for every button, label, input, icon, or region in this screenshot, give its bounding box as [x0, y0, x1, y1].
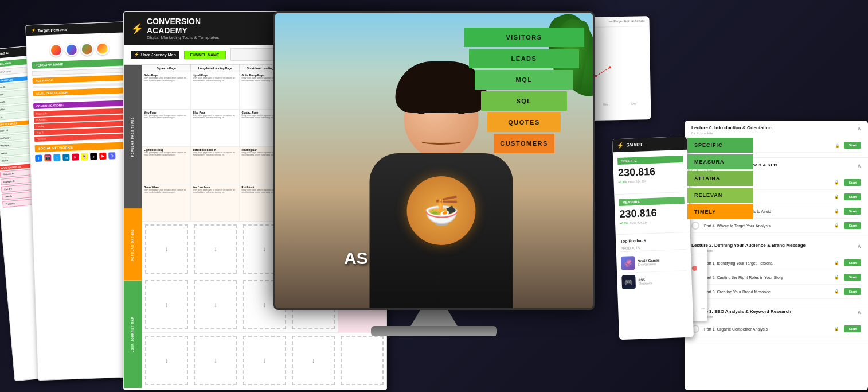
social-icons-group: f 📷 t in P 👻 ♪ ▶ D	[35, 152, 131, 162]
product-row-2: 🎮 PS5 Electronics	[621, 271, 687, 292]
metric1-from: From 204.234	[628, 179, 646, 183]
academy-title2: ACADEMY	[147, 26, 219, 35]
lock-1-1: 🔒	[834, 180, 839, 185]
product-2-info: PS5 Electronics	[638, 278, 652, 285]
target-title: Target Persona	[37, 27, 67, 32]
specific-label: SPECIFIC	[617, 156, 683, 165]
lecture-0-progress: 0 / 1 complete	[691, 131, 861, 135]
person-body: 🍜	[370, 153, 513, 308]
smart-lightning-icon: ⚡	[617, 142, 624, 149]
journey-left-labels: POPULAR PAGE TYPES POPULAR OPT-INS USER …	[124, 65, 142, 388]
instagram-icon: 📷	[44, 154, 51, 161]
start-btn-0-1[interactable]: Start	[844, 142, 861, 149]
cell-3-1: Lightbox Popup Entry point page used to …	[142, 147, 191, 184]
cell-4-1: Game Wheel Entry point page used to sque…	[142, 184, 191, 221]
products-col-header: PRODUCTS	[620, 244, 686, 252]
metric1-details: +0.8% From 204.234	[618, 178, 683, 184]
lecture-0-toggle[interactable]: ∧	[857, 125, 861, 131]
start-btn-1-1[interactable]: Start	[844, 179, 861, 186]
cell-2-2: Blog Page Entry point page used to squee…	[191, 110, 240, 146]
left-eye	[417, 108, 426, 114]
metric2-value: 230.816	[619, 206, 685, 220]
facebook-icon: f	[35, 155, 42, 162]
persona-name-field	[32, 68, 128, 76]
product-2-sub: Electronics	[639, 281, 653, 285]
lecture-1-toggle[interactable]: ∧	[857, 162, 861, 169]
lock-icon-0-1: 🔒	[835, 143, 839, 148]
avatar-group	[31, 41, 127, 57]
top-products-section: Top Products PRODUCTS 🦑 Squid Games Ente…	[616, 232, 693, 296]
discord-icon: D	[108, 152, 115, 159]
lock-1-4: 🔒	[834, 223, 839, 228]
start-btn-3-1[interactable]: Start	[844, 325, 861, 332]
avatar-3	[80, 42, 93, 56]
lock-3-1: 🔒	[834, 327, 839, 331]
lightning-big-icon: ⚡	[131, 22, 143, 35]
monitor-screen: 🍜 VISITORS LEADS MQL SQL	[273, 11, 595, 310]
measurable-label: MEASURA	[619, 197, 685, 206]
academy-sub: Digital Marketing Tools & Templates	[147, 35, 219, 40]
product-1-sub: Entertainment	[638, 262, 660, 266]
funnel-name-box: FUNNEL NAME	[184, 51, 226, 59]
col-header-2: Long-form Landing Page	[191, 65, 240, 72]
start-btn-1-2[interactable]: Start	[844, 193, 861, 200]
lecture-3-toggle[interactable]: ∧	[857, 309, 861, 315]
lock-1-2: 🔒	[834, 195, 839, 199]
top-products-header: Top Products	[620, 237, 686, 243]
cell-1-1: Sales Page Entry point page used to sque…	[142, 72, 191, 109]
monitor-stand	[400, 310, 468, 327]
persona-name-header: PERSONA NAME:	[32, 59, 128, 69]
product-1-icon: 🦑	[621, 256, 635, 270]
specific-bar: SPECIFIC	[687, 138, 753, 153]
popular-opt-ins-label: POPULAR OPT-INS	[124, 208, 142, 281]
metric2-from: From 204.234	[630, 220, 647, 224]
start-btn-2-1[interactable]: Start	[844, 259, 861, 266]
cell-1-2: Upsell Page Entry point page used to squ…	[191, 72, 240, 109]
pinterest-icon: P	[72, 153, 79, 160]
start-btn-2-3[interactable]: Start	[844, 288, 861, 295]
measurable-bar: MEASURA	[687, 154, 753, 169]
lock-1-3: 🔒	[834, 209, 839, 214]
tiktok-icon: ♪	[90, 153, 97, 160]
lock-2-3: 🔒	[834, 289, 839, 294]
journey-header-left: ⚡ CONVERSION ACADEMY Digital Marketing T…	[131, 17, 219, 40]
lecture-2-toggle[interactable]: ∧	[857, 243, 861, 249]
lead-gen-title: Lead G	[0, 51, 9, 56]
popular-page-types-label: POPULAR PAGE TYPES	[124, 65, 142, 208]
social-networks-label: SOCIAL NETWORKS:	[35, 142, 131, 152]
lecture-0-title: Lecture 0. Introduction & Orientation	[691, 125, 772, 130]
lightning-ujm-icon: ⚡	[134, 52, 139, 57]
funnel-bar-customers: CUSTOMERS	[494, 134, 554, 153]
funnel-bar-sql: SQL	[481, 91, 567, 111]
avatar-2	[65, 43, 78, 56]
dashed-cell-7: ↓	[194, 280, 237, 329]
shirt-graphic: 🍜	[407, 176, 476, 245]
funnel-bar-mql: MQL	[475, 70, 573, 90]
dashed-cell-6: ↓	[145, 280, 188, 329]
smart-logo: SMART	[626, 142, 643, 148]
product-row-1: 🦑 Squid Games Entertainment	[621, 252, 687, 273]
relevant-bar: RELEVAN	[687, 188, 753, 203]
monitor-container: 🍜 VISITORS LEADS MQL SQL	[233, 0, 635, 392]
start-btn-2-2[interactable]: Start	[844, 274, 861, 281]
smart-labels-column: SPECIFIC MEASURA ATTAINA RELEVAN TIMELY	[687, 138, 753, 333]
snapchat-icon: 👻	[81, 153, 88, 160]
product-2-icon: 🎮	[621, 275, 636, 289]
user-journey-map-label: USER JOURNEY MAP	[124, 281, 142, 388]
metric1-value: 230.816	[618, 165, 684, 179]
start-btn-1-4[interactable]: Start	[844, 222, 861, 229]
smart-specific-section: SPECIFIC 230.816 +0.8% From 204.234	[613, 150, 689, 194]
main-scene: ⚡ Lead G FUNNEL NAM PERSONA NAM TOFU EXA…	[0, 0, 868, 392]
attainable-bar: ATTAINA	[687, 171, 753, 186]
product-1-info: Squid Games Entertainment	[638, 259, 660, 266]
metric2-details: +0.8% From 204.234	[620, 219, 685, 225]
lock-2-2: 🔒	[834, 275, 839, 280]
monitor-base	[371, 326, 497, 336]
education-label: LEVEL OF EDUCATION:	[33, 87, 128, 96]
funnel-bar-quotes: QUOTES	[487, 112, 561, 132]
academy-title: CONVERSION	[147, 17, 219, 26]
person-smile	[421, 139, 462, 145]
dashed-cell-2: ↓	[194, 224, 237, 274]
start-btn-1-3[interactable]: Start	[844, 208, 861, 215]
bottom-text: AS	[344, 249, 368, 268]
